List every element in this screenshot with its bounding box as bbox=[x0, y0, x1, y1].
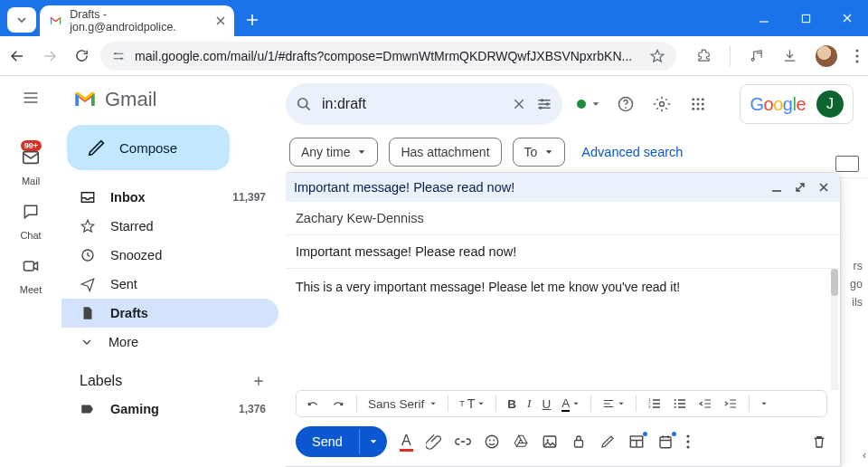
numbered-list-button[interactable]: 123 bbox=[647, 396, 662, 411]
account-chip[interactable]: Google J bbox=[740, 84, 854, 124]
clear-icon[interactable] bbox=[512, 97, 526, 111]
redo-button[interactable] bbox=[331, 396, 345, 411]
folder-snoozed[interactable]: Snoozed bbox=[61, 241, 278, 270]
smile-icon bbox=[484, 434, 500, 450]
reload-button[interactable] bbox=[74, 48, 90, 63]
insert-signature-button[interactable] bbox=[599, 434, 616, 450]
font-size-button[interactable]: TT bbox=[459, 396, 485, 411]
attach-button[interactable] bbox=[426, 434, 442, 450]
compose-to[interactable]: Zachary Kew-Denniss bbox=[286, 202, 840, 235]
search-input[interactable] bbox=[322, 96, 503, 112]
compose-more-button[interactable] bbox=[686, 434, 690, 449]
indent-more-button[interactable] bbox=[723, 396, 738, 411]
extensions-button[interactable] bbox=[696, 48, 712, 63]
side-panel-toggle[interactable]: ‹ bbox=[863, 449, 866, 462]
tune-icon[interactable] bbox=[535, 95, 553, 113]
profile-avatar[interactable] bbox=[816, 45, 837, 67]
compose-body[interactable]: This is a very important message! Please… bbox=[286, 269, 840, 390]
underline-button[interactable]: U bbox=[542, 397, 552, 411]
folder-sent[interactable]: Sent bbox=[61, 270, 278, 299]
close-window-button[interactable] bbox=[826, 0, 868, 36]
text-format-toggle[interactable]: A bbox=[400, 433, 413, 452]
filter-attachment[interactable]: Has attachment bbox=[389, 138, 501, 167]
svg-point-17 bbox=[692, 98, 694, 100]
rail-chat[interactable]: Chat bbox=[16, 197, 45, 241]
folder-more[interactable]: More bbox=[61, 328, 278, 357]
compose-header[interactable]: Important message! Please read now! bbox=[286, 173, 840, 202]
insert-photo-button[interactable] bbox=[542, 434, 558, 450]
main-menu-button[interactable] bbox=[22, 85, 40, 110]
address-bar[interactable]: mail.google.com/mail/u/1/#drafts?compose… bbox=[100, 42, 676, 71]
svg-point-16 bbox=[660, 102, 665, 107]
indent-icon bbox=[723, 396, 738, 411]
label-name: Gaming bbox=[110, 402, 159, 416]
media-button[interactable] bbox=[749, 48, 764, 63]
layout-button[interactable] bbox=[628, 434, 645, 450]
compose-button[interactable]: Compose bbox=[67, 125, 230, 170]
italic-button[interactable]: I bbox=[527, 396, 532, 411]
tab-search-button[interactable] bbox=[7, 7, 36, 33]
downloads-button[interactable] bbox=[782, 48, 797, 63]
align-button[interactable] bbox=[602, 397, 625, 410]
advanced-search-link[interactable]: Advanced search bbox=[581, 145, 683, 159]
link-icon bbox=[455, 434, 471, 450]
svg-rect-40 bbox=[574, 441, 582, 448]
send-options-button[interactable] bbox=[359, 429, 387, 454]
input-tools-button[interactable] bbox=[835, 156, 859, 172]
folder-starred[interactable]: Starred bbox=[61, 212, 278, 241]
folder-inbox[interactable]: Inbox 11,397 bbox=[61, 183, 278, 212]
bold-button[interactable]: B bbox=[507, 397, 516, 411]
indent-less-button[interactable] bbox=[698, 396, 712, 411]
text-color-button[interactable]: A bbox=[561, 396, 580, 412]
chevron-down-icon bbox=[16, 14, 27, 25]
filter-anytime[interactable]: Any time bbox=[289, 138, 378, 167]
label-count: 1,376 bbox=[239, 403, 266, 415]
maximize-button[interactable] bbox=[785, 0, 826, 36]
svg-point-37 bbox=[493, 440, 495, 442]
insert-link-button[interactable] bbox=[455, 434, 471, 450]
minimize-compose-button[interactable] bbox=[771, 182, 782, 193]
bullet-list-button[interactable] bbox=[673, 396, 687, 411]
schedule-button[interactable] bbox=[657, 434, 674, 450]
forward-button[interactable] bbox=[42, 48, 58, 64]
insert-drive-button[interactable] bbox=[513, 434, 529, 450]
search-box[interactable] bbox=[286, 83, 562, 125]
divider bbox=[448, 396, 448, 412]
confidential-button[interactable] bbox=[571, 434, 587, 450]
status-indicator[interactable] bbox=[577, 100, 600, 109]
scrollbar-thumb[interactable] bbox=[831, 269, 838, 296]
discard-draft-button[interactable] bbox=[811, 434, 827, 450]
undo-button[interactable] bbox=[306, 396, 320, 411]
settings-button[interactable] bbox=[651, 95, 673, 113]
close-compose-button[interactable] bbox=[818, 182, 829, 193]
formatting-toolbar: Sans Serif TT B I U A 123 bbox=[296, 390, 827, 417]
apps-button[interactable] bbox=[687, 96, 709, 112]
font-family-select[interactable]: Sans Serif bbox=[368, 397, 437, 411]
filter-to[interactable]: To bbox=[513, 138, 566, 167]
tab-close-button[interactable] bbox=[216, 16, 225, 25]
browser-menu-button[interactable] bbox=[855, 49, 859, 63]
add-label-button[interactable] bbox=[251, 374, 266, 388]
new-tab-button[interactable] bbox=[240, 7, 265, 33]
label-gaming[interactable]: Gaming 1,376 bbox=[61, 395, 278, 424]
support-button[interactable] bbox=[615, 95, 637, 113]
compose-actions: Send A bbox=[286, 417, 840, 466]
svg-rect-38 bbox=[543, 436, 556, 447]
rail-meet[interactable]: Meet bbox=[16, 252, 45, 295]
compose-subject[interactable]: Important message! Please read now! bbox=[286, 235, 840, 269]
format-more-button[interactable] bbox=[760, 400, 768, 407]
caret-down-icon bbox=[572, 400, 580, 407]
browser-tab[interactable]: Drafts - jon.g@androidpolice. bbox=[40, 5, 234, 36]
minimize-button[interactable] bbox=[743, 0, 785, 36]
insert-emoji-button[interactable] bbox=[484, 434, 500, 450]
rail-mail[interactable]: 99+ Mail bbox=[16, 143, 45, 186]
folder-drafts[interactable]: Drafts bbox=[61, 299, 278, 328]
brand[interactable]: Gmail bbox=[61, 81, 278, 125]
fullscreen-compose-button[interactable] bbox=[795, 182, 806, 193]
kebab-icon bbox=[855, 49, 859, 63]
music-icon bbox=[749, 48, 764, 63]
star-icon[interactable] bbox=[649, 48, 665, 64]
back-button[interactable] bbox=[9, 48, 25, 64]
inbox-icon bbox=[80, 189, 96, 205]
send-button[interactable]: Send bbox=[296, 426, 387, 457]
